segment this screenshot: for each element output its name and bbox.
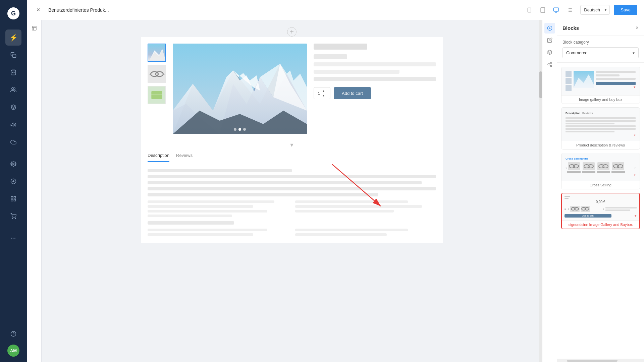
- blocks-title: Blocks: [562, 25, 579, 31]
- user-avatar[interactable]: AM: [7, 345, 19, 357]
- desc-columns: [148, 200, 436, 217]
- block-signundsinn[interactable]: 0,00 € ‹: [561, 193, 640, 229]
- mobile-icon[interactable]: [524, 5, 535, 15]
- app-logo[interactable]: G: [0, 0, 27, 27]
- block-product-description[interactable]: Description Reviews ♥: [561, 107, 640, 149]
- sidebar-item-cloud[interactable]: [5, 134, 21, 150]
- block-3-label: Cross Selling: [561, 181, 640, 189]
- image-dots: [234, 128, 246, 131]
- blocks-header: Blocks ×: [557, 20, 644, 36]
- sidebar-bottom: AM: [5, 326, 21, 362]
- logo-icon: G: [7, 7, 19, 19]
- product-name-placeholder: [314, 44, 367, 50]
- sidebar-divider: [8, 153, 19, 153]
- svg-rect-21: [554, 8, 559, 11]
- svg-line-59: [549, 65, 550, 66]
- sidebar-item-add[interactable]: [5, 173, 21, 189]
- page-title: Benutzerdefiniertes Produk...: [48, 7, 519, 13]
- canvas-toolbar: [27, 20, 42, 362]
- signundsinn-price: 0,00 €: [565, 200, 637, 204]
- sidebar-item-more[interactable]: •••: [5, 230, 21, 246]
- dot-2: [238, 128, 241, 131]
- blocks-list: ♥ Image gallery and buy box Description …: [557, 63, 644, 359]
- language-selector[interactable]: Deutsch English ▼: [580, 5, 610, 15]
- sidebar-item-copy[interactable]: [5, 47, 21, 63]
- add-to-cart-button[interactable]: Add to cart: [334, 87, 371, 99]
- blocks-scrollbar[interactable]: [557, 359, 644, 362]
- scrollbar-thumb[interactable]: [539, 71, 542, 98]
- product-section: 1 ▲ ▼ Add to cart: [141, 37, 443, 141]
- svg-rect-43: [151, 91, 162, 99]
- desc-line-2: [148, 175, 436, 178]
- block-4-preview: 0,00 € ‹: [562, 193, 639, 220]
- blocks-scrollbar-thumb[interactable]: [567, 360, 618, 362]
- block-2-label: Product description & reviews: [561, 141, 640, 149]
- layers-tool[interactable]: [544, 47, 555, 58]
- dot-1: [234, 128, 236, 131]
- sidebar-item-megaphone[interactable]: [5, 117, 21, 133]
- sidebar-item-users[interactable]: [5, 82, 21, 98]
- thumbnail-1[interactable]: [148, 44, 166, 62]
- edit-tool[interactable]: [544, 35, 555, 46]
- thumbnail-2[interactable]: [148, 65, 166, 83]
- tab-reviews[interactable]: Reviews: [176, 149, 193, 162]
- canvas-scrollbar[interactable]: [539, 20, 542, 362]
- svg-point-2: [12, 87, 14, 89]
- product-desc-line-2: [314, 70, 399, 74]
- tab-description[interactable]: Description: [148, 149, 169, 162]
- block-1-preview: ♥: [561, 67, 640, 95]
- thumbnail-3[interactable]: [148, 86, 166, 104]
- block-1-label: Image gallery and buy box: [561, 95, 640, 104]
- svg-rect-9: [11, 196, 13, 198]
- svg-point-58: [550, 65, 552, 67]
- svg-rect-72: [612, 162, 624, 170]
- sidebar-item-layers[interactable]: [5, 99, 21, 115]
- svg-marker-3: [11, 105, 16, 108]
- cross-selling-title: Cross Selling title: [566, 157, 636, 160]
- save-button[interactable]: Save: [614, 5, 637, 15]
- blocks-tool[interactable]: [544, 23, 555, 34]
- main-content: × Benutzerdefiniertes Produk...: [27, 0, 644, 362]
- canvas-container[interactable]: +: [42, 20, 542, 362]
- qty-up[interactable]: ▲: [321, 88, 326, 93]
- sidebar-item-bag[interactable]: [5, 64, 21, 80]
- sidebar-item-help[interactable]: [5, 326, 21, 342]
- block-2-preview: Description Reviews ♥: [561, 108, 640, 141]
- qty-row: 1 ▲ ▼ Add to cart: [314, 87, 436, 99]
- svg-point-56: [550, 62, 552, 63]
- svg-rect-0: [13, 54, 16, 58]
- sidebar-divider-2: [8, 227, 19, 227]
- share-tool[interactable]: [544, 59, 555, 70]
- svg-marker-55: [547, 50, 552, 52]
- sidebar-item-settings[interactable]: [5, 156, 21, 172]
- sidebar-item-grid[interactable]: [5, 191, 21, 207]
- tablet-icon[interactable]: [537, 5, 548, 15]
- language-select[interactable]: Deutsch English: [580, 5, 610, 15]
- scroll-down-arrow: ▼: [141, 141, 443, 149]
- blocks-close-button[interactable]: ×: [636, 25, 639, 31]
- svg-rect-30: [32, 26, 36, 30]
- block-image-gallery-buybox[interactable]: ♥ Image gallery and buy box: [561, 67, 640, 104]
- sidebar-nav: ⚡: [5, 27, 21, 326]
- desktop-icon[interactable]: [551, 5, 561, 15]
- product-main-image: [173, 44, 307, 134]
- block-cross-selling[interactable]: Cross Selling title ‹: [561, 153, 640, 189]
- layout-tool[interactable]: [29, 23, 40, 34]
- quantity-input[interactable]: 1 ▲ ▼: [314, 87, 330, 99]
- quantity-stepper[interactable]: ▲ ▼: [321, 88, 326, 98]
- product-price-placeholder: [314, 54, 347, 59]
- sidebar-item-cart[interactable]: [5, 208, 21, 224]
- add-block-top[interactable]: +: [191, 27, 392, 37]
- sidebar-item-lightning[interactable]: ⚡: [5, 29, 21, 46]
- editor-main: +: [27, 20, 644, 362]
- qty-down[interactable]: ▼: [321, 93, 326, 98]
- desc-line-3: [148, 181, 422, 184]
- svg-point-13: [12, 218, 13, 219]
- desc-line-4: [148, 187, 436, 190]
- close-button[interactable]: ×: [34, 5, 43, 15]
- block-3-preview: Cross Selling title ‹: [561, 153, 640, 181]
- svg-rect-12: [11, 199, 13, 201]
- sidebar: G ⚡: [0, 0, 27, 362]
- category-select[interactable]: Commerce Text Media Layout: [562, 47, 639, 58]
- list-icon[interactable]: [564, 5, 575, 15]
